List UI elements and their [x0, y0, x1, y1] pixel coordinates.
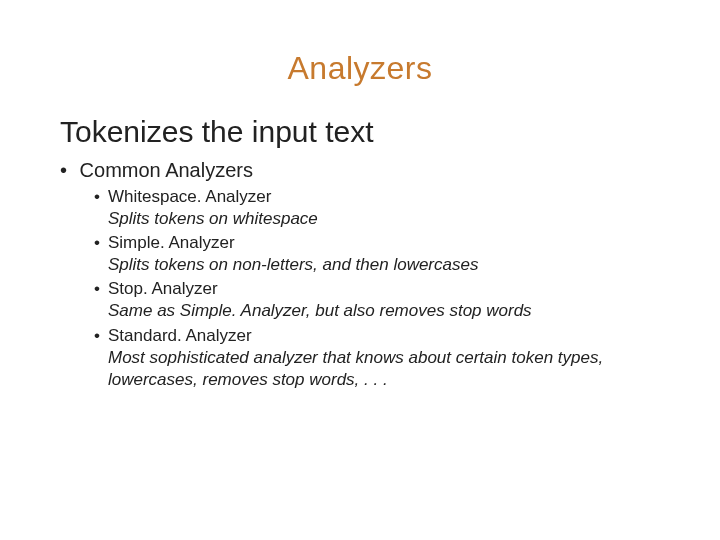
analyzer-name: Simple. Analyzer — [108, 233, 235, 252]
slide: Analyzers Tokenizes the input text Commo… — [0, 0, 720, 540]
section-label: Common Analyzers — [80, 159, 253, 181]
analyzer-name: Stop. Analyzer — [108, 279, 218, 298]
analyzer-name: Whitespace. Analyzer — [108, 187, 271, 206]
analyzer-item: Whitespace. Analyzer Splits tokens on wh… — [94, 186, 660, 230]
slide-subheading: Tokenizes the input text — [60, 115, 660, 149]
analyzer-item: Stop. Analyzer Same as Simple. Analyzer,… — [94, 278, 660, 322]
analyzer-desc: Same as Simple. Analyzer, but also remov… — [108, 300, 660, 322]
analyzer-name: Standard. Analyzer — [108, 326, 252, 345]
analyzer-desc: Splits tokens on whitespace — [108, 208, 660, 230]
slide-title: Analyzers — [60, 50, 660, 87]
analyzer-item: Simple. Analyzer Splits tokens on non-le… — [94, 232, 660, 276]
analyzer-item: Standard. Analyzer Most sophisticated an… — [94, 325, 660, 391]
section-item: Common Analyzers Whitespace. Analyzer Sp… — [60, 159, 660, 391]
analyzer-desc: Most sophisticated analyzer that knows a… — [108, 347, 660, 391]
level2-list: Whitespace. Analyzer Splits tokens on wh… — [60, 186, 660, 391]
analyzer-desc: Splits tokens on non-letters, and then l… — [108, 254, 660, 276]
level1-list: Common Analyzers Whitespace. Analyzer Sp… — [60, 159, 660, 391]
